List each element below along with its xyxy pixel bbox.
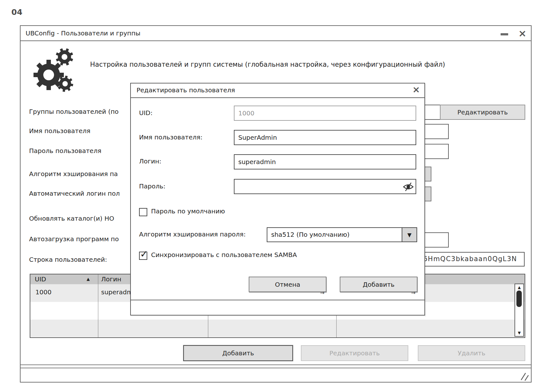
table-row-empty[interactable] [30,320,525,337]
hash-algorithm-value: sha512 (По умолчанию) [271,231,350,238]
edit-user-dialog: Редактировать пользователя × UID: Имя по… [130,83,425,315]
submit-button-label: Добавить [363,281,395,288]
statusbar-divider [21,364,531,365]
cell-uid: 1000 [35,288,52,296]
dialog-bottom-divider [131,300,424,300]
dialog-title: Редактировать пользователя [137,86,235,94]
close-icon[interactable]: × [518,27,527,39]
samba-sync-label: Синхронизировать с пользователем SAMBA [151,251,297,259]
dialog-close-icon[interactable]: × [412,84,420,95]
label-autostart: Автозагрузка программ по [29,235,133,243]
sort-asc-icon[interactable]: ▲ [87,277,90,281]
table-scrollbar[interactable]: ▲ ▼ [514,284,524,337]
submit-button[interactable]: Добавить → [340,277,417,292]
login-label: Логин: [139,157,161,165]
screen: 04 UBConfig - Пользователи и группы × [0,0,554,392]
minimize-icon[interactable] [501,33,508,35]
label-user-groups: Группы пользователей (по [29,108,133,116]
login-input[interactable] [234,154,416,169]
gears-icon [32,46,76,95]
samba-sync-checkbox[interactable]: ✓ [139,252,147,260]
delete-user-button[interactable]: Удалить [418,345,525,361]
statusbar [21,368,531,368]
label-hash-algo: Алгоритм хэширования па [29,170,133,178]
dialog-titlebar: Редактировать пользователя × [131,83,424,98]
default-password-label: Пароль по умолчанию [151,207,225,215]
edit-user-button[interactable]: Редактировать [301,345,408,361]
edit-groups-button[interactable]: Редактировать [440,105,525,120]
password-label: Пароль: [139,182,166,190]
window-title: UBConfig - Пользователи и группы [26,29,140,37]
scrollbar-thumb[interactable] [516,291,522,307]
scroll-up-icon[interactable]: ▲ [515,285,523,290]
window-titlebar: UBConfig - Пользователи и группы × [21,26,531,41]
label-users-string: Строка пользователей: [29,256,133,264]
uid-input [234,106,416,121]
add-user-button[interactable]: Добавить [183,345,293,361]
cancel-button-label: Отмена [275,281,300,288]
chevron-down-icon[interactable]: ▼ [402,228,417,242]
label-user-name: Имя пользователя [29,127,133,135]
page-description: Настройка пользователей и групп системы … [90,61,445,68]
name-input[interactable] [234,130,416,145]
column-header-uid[interactable]: UID [35,275,46,283]
column-divider [98,274,98,337]
toggle-password-visibility-icon[interactable] [402,182,414,192]
resize-handle-icon[interactable] [520,372,531,381]
cursor-arrow-icon: → [411,290,416,296]
default-password-checkbox[interactable] [139,208,147,216]
cursor-arrow-icon: → [320,290,325,296]
label-user-password: Пароль пользователя [29,147,133,155]
hash-algorithm-select[interactable]: sha512 (По умолчанию) ▼ [267,227,417,242]
password-input[interactable] [234,179,416,194]
column-header-login[interactable]: Логин [101,275,121,283]
users-string-value: 6HmQC3bkabaan0QgL3N [423,255,517,263]
label-auto-login: Автоматический логин пол [29,190,133,198]
check-icon: ✓ [140,248,148,260]
name-label: Имя пользователя: [139,133,203,141]
page-number-label: 04 [11,8,22,17]
uid-label: UID: [139,109,153,117]
cancel-button[interactable]: Отмена → [249,277,326,292]
label-update-home: Обновлять каталог(и) HO [29,215,133,223]
hash-algorithm-label: Алгоритм хэширования пароля: [139,230,246,238]
scroll-down-icon[interactable]: ▼ [515,331,523,335]
